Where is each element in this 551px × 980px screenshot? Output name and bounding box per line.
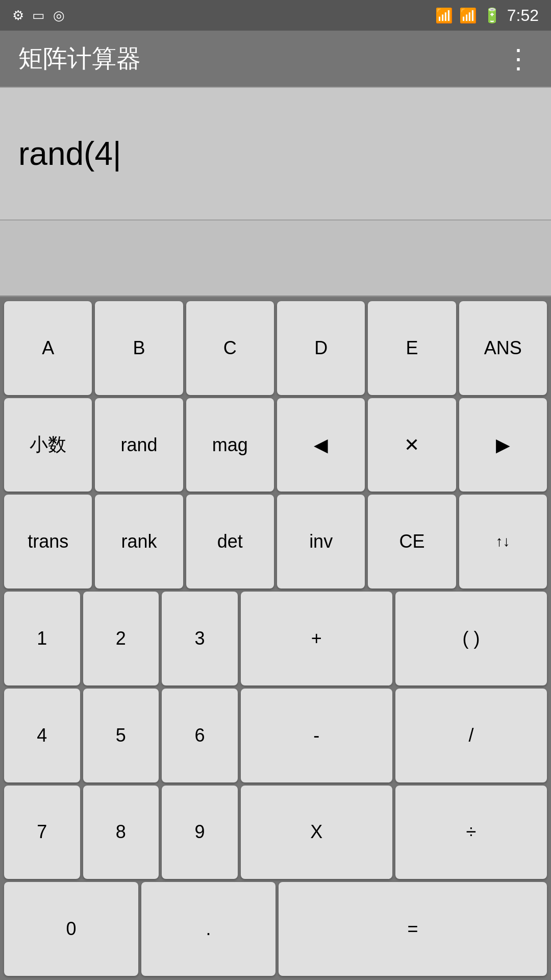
key-6[interactable]: 6	[162, 689, 238, 782]
key-8[interactable]: 8	[83, 786, 159, 879]
key-c[interactable]: C	[186, 301, 274, 395]
key-swap[interactable]: ↑↓	[459, 495, 547, 589]
key-row-2: transrankdetinvCE↑↓	[4, 495, 547, 589]
key-row-5: 789X÷	[4, 786, 547, 879]
key-b[interactable]: B	[95, 301, 183, 395]
status-icons-left: ⚙ ▭ ◎	[12, 8, 65, 23]
key-row-3: 123+( )	[4, 592, 547, 685]
key-cancel[interactable]: ✕	[368, 398, 456, 492]
sd-card-icon: ▭	[32, 8, 45, 23]
key-rand[interactable]: rand	[95, 398, 183, 492]
signal-icon: 📶	[459, 7, 477, 24]
key-e[interactable]: E	[368, 301, 456, 395]
key-row-4: 456-/	[4, 689, 547, 782]
settings-icon: ⚙	[12, 8, 24, 23]
key-divide[interactable]: /	[395, 689, 547, 782]
key-inv[interactable]: inv	[277, 495, 365, 589]
key-row-1: 小数randmag◀✕▶	[4, 398, 547, 492]
input-text: rand(4|	[18, 135, 121, 173]
key-left-arrow[interactable]: ◀	[277, 398, 365, 492]
key-equals[interactable]: =	[279, 882, 547, 976]
key-det[interactable]: det	[186, 495, 274, 589]
key-a[interactable]: A	[4, 301, 92, 395]
key-rank[interactable]: rank	[95, 495, 183, 589]
app-title: 矩阵计算器	[18, 42, 141, 75]
key-ans[interactable]: ANS	[459, 301, 547, 395]
key-0[interactable]: 0	[4, 882, 138, 976]
app-bar: 矩阵计算器 ⋮	[0, 31, 551, 87]
key-9[interactable]: 9	[162, 786, 238, 879]
key-multiply[interactable]: X	[241, 786, 392, 879]
display-area: rand(4|	[0, 87, 551, 297]
key-cross-divide[interactable]: ÷	[395, 786, 547, 879]
keyboard: ABCDEANS小数randmag◀✕▶transrankdetinvCE↑↓1…	[0, 297, 551, 980]
key-ce[interactable]: CE	[368, 495, 456, 589]
status-icons-right: 📶 📶 🔋 7:52	[435, 6, 539, 25]
battery-icon: 🔋	[483, 7, 501, 24]
key-row-0: ABCDEANS	[4, 301, 547, 395]
key-paren[interactable]: ( )	[395, 592, 547, 685]
key-minus[interactable]: -	[241, 689, 392, 782]
key-4[interactable]: 4	[4, 689, 80, 782]
key-row-6: 0.=	[4, 882, 547, 976]
key-d[interactable]: D	[277, 301, 365, 395]
key-1[interactable]: 1	[4, 592, 80, 685]
key-2[interactable]: 2	[83, 592, 159, 685]
key-3[interactable]: 3	[162, 592, 238, 685]
wifi-icon: 📶	[435, 7, 453, 24]
more-menu-button[interactable]: ⋮	[505, 43, 533, 74]
key-5[interactable]: 5	[83, 689, 159, 782]
input-display: rand(4|	[0, 88, 551, 220]
key-trans[interactable]: trans	[4, 495, 92, 589]
key-dot[interactable]: .	[141, 882, 276, 976]
status-bar: ⚙ ▭ ◎ 📶 📶 🔋 7:52	[0, 0, 551, 31]
result-display	[0, 220, 551, 297]
key-mag[interactable]: mag	[186, 398, 274, 492]
key-decimal[interactable]: 小数	[4, 398, 92, 492]
status-time: 7:52	[507, 6, 539, 25]
key-plus[interactable]: +	[241, 592, 392, 685]
key-right-arrow[interactable]: ▶	[459, 398, 547, 492]
key-7[interactable]: 7	[4, 786, 80, 879]
sync-icon: ◎	[53, 8, 65, 23]
